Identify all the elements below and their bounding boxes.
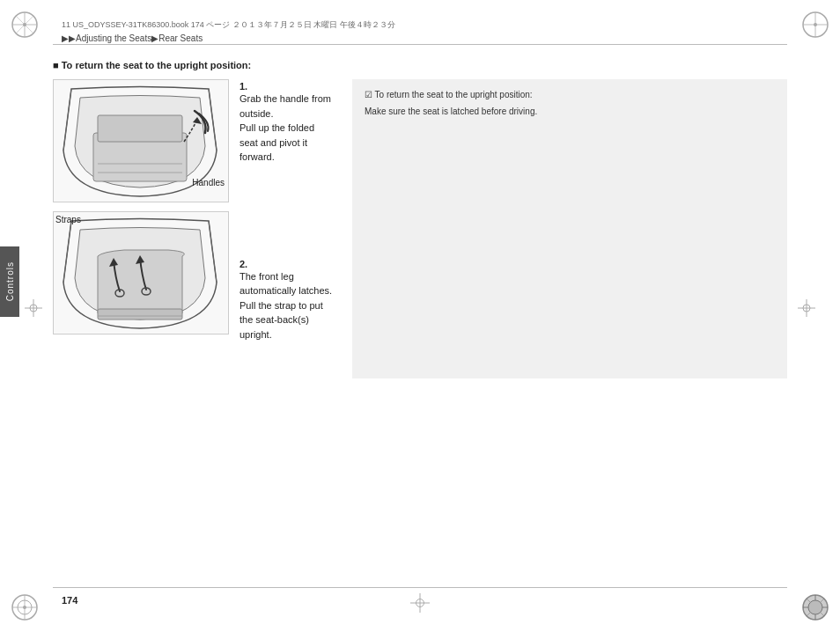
side-tab-label: Controls (5, 261, 15, 301)
step2-line3: upright. (239, 329, 272, 340)
right-crosshair (798, 299, 815, 319)
bottom-crosshair (410, 593, 430, 614)
left-column: Handles (53, 79, 335, 378)
handles-label: Handles (192, 178, 225, 187)
main-content: To return the seat to the upright positi… (53, 53, 787, 584)
steps-column: 1. Grab the handle from outside. Pull up… (239, 79, 335, 342)
corner-decoration-tr (799, 9, 831, 40)
image-handles: Handles (53, 79, 229, 202)
file-info: 11 US_ODYSSEY-31TK86300.book 174 ページ ２０１… (62, 19, 395, 31)
straps-label: Straps (55, 215, 81, 224)
two-col-layout: Handles (53, 79, 787, 378)
image-wrapper-handles: Handles (53, 79, 229, 204)
step2-number: 2. (239, 259, 335, 269)
svg-point-21 (808, 600, 822, 614)
corner-decoration-bl (9, 592, 41, 623)
svg-rect-30 (98, 115, 182, 142)
right-note-title: ☑ To return the seat to the upright posi… (365, 90, 775, 99)
step2-line2: Pull the strap to put the seat-back(s) (239, 300, 323, 326)
left-crosshair (25, 299, 42, 319)
footer-line (53, 587, 787, 588)
image-straps: Straps (53, 211, 229, 334)
header-line (53, 44, 787, 45)
step1: 1. Grab the handle from outside. Pull up… (239, 81, 335, 165)
step1-line2: Pull up the folded seat and pivot it for… (239, 122, 314, 162)
section-heading: To return the seat to the upright positi… (53, 60, 787, 70)
right-note-body: Make sure the seat is latched before dri… (365, 107, 775, 116)
image-wrapper-straps: Straps (53, 211, 229, 336)
step1-number: 1. (239, 81, 335, 92)
step1-line1: Grab the handle from outside. (239, 93, 331, 119)
left-inner: Handles (53, 79, 335, 342)
breadcrumb: ▶▶Adjusting the Seats▶Rear Seats (62, 33, 203, 43)
images-stack: Handles (53, 79, 229, 342)
svg-rect-37 (98, 309, 182, 320)
step2-line1: The front leg automatically latches. (239, 271, 332, 297)
corner-decoration-br (799, 592, 831, 623)
page-number: 174 (62, 595, 77, 606)
step2-text: The front leg automatically latches. Pul… (239, 269, 335, 342)
step1-text: Grab the handle from outside. Pull up th… (239, 92, 335, 165)
right-note-box: ☑ To return the seat to the upright posi… (352, 79, 787, 378)
side-tab: Controls (0, 246, 19, 317)
corner-decoration-tl (9, 9, 41, 40)
step2: 2. The front leg automatically latches. … (239, 259, 335, 342)
